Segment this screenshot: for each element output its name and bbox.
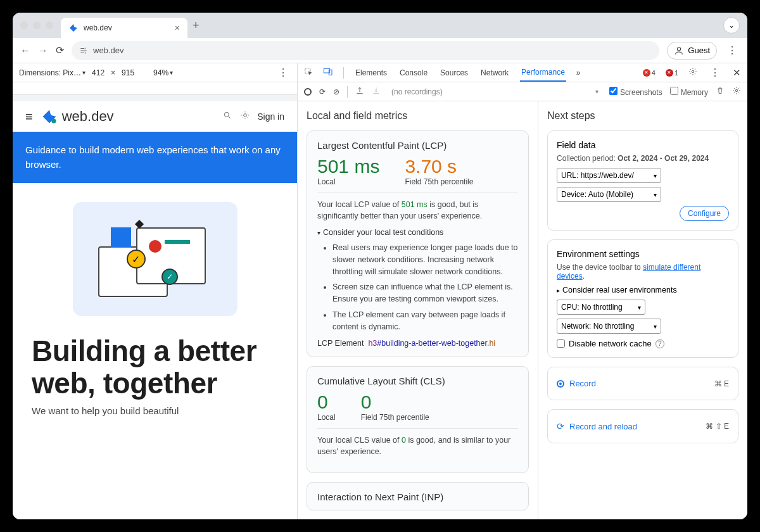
svg-point-7: [692, 70, 694, 73]
traffic-close[interactable]: [20, 22, 28, 29]
chevron-down-icon[interactable]: ⌄: [723, 17, 740, 34]
svg-point-3: [244, 114, 247, 117]
help-icon[interactable]: ?: [656, 339, 664, 348]
lcp-field-label: Field 75th percentile: [405, 177, 473, 186]
ruler: [13, 82, 297, 95]
cls-field-value: 0: [361, 391, 429, 413]
devtools-menu-icon[interactable]: ⋮: [707, 66, 723, 79]
logo-mark-icon: [41, 108, 58, 125]
device-toggle-icon[interactable]: [323, 67, 333, 78]
record-toggle-icon[interactable]: [304, 88, 312, 96]
omnibox[interactable]: web.dev: [72, 41, 659, 60]
lcp-local-value: 501 ms: [317, 156, 379, 177]
configure-button[interactable]: Configure: [680, 206, 729, 221]
memory-checkbox[interactable]: Memory: [670, 87, 708, 97]
svg-point-1: [51, 119, 56, 124]
metrics-title: Local and field metrics: [307, 110, 529, 122]
tabs-overflow-icon[interactable]: »: [576, 68, 581, 77]
record-reload-card: ⟳ Record and reload ⌘ ⇧ E: [547, 409, 738, 443]
page-viewport: Dimensions: Pix… 412 × 915 94% ⋮ ≡ web.d…: [13, 63, 298, 519]
device-select[interactable]: Device: Auto (Mobile): [557, 187, 661, 202]
devtools-panel: Elements Console Sources Network Perform…: [298, 63, 747, 519]
tab-console[interactable]: Console: [398, 65, 429, 81]
next-title: Next steps: [547, 110, 738, 122]
browser-tab[interactable]: web.dev ×: [61, 18, 187, 38]
network-select[interactable]: Network: No throttling: [557, 319, 661, 334]
site-logo[interactable]: web.dev: [41, 108, 114, 125]
viewport-height[interactable]: 915: [122, 68, 134, 77]
cls-description: Your local CLS value of 0 is good, and i…: [317, 428, 518, 457]
tab-elements[interactable]: Elements: [354, 65, 388, 81]
env-details-toggle[interactable]: Consider real user environments: [557, 286, 729, 294]
tab-close-icon[interactable]: ×: [175, 23, 180, 33]
tab-performance[interactable]: Performance: [520, 64, 566, 82]
devtools-close-icon[interactable]: ✕: [733, 67, 741, 79]
browser-menu-icon[interactable]: ⋮: [725, 44, 740, 56]
lcp-element[interactable]: LCP Element h3#building-a-better-web-tog…: [317, 339, 518, 348]
person-icon: [674, 46, 684, 56]
warning-count-badge[interactable]: ✕1: [666, 69, 678, 77]
device-toolbar: Dimensions: Pix… 412 × 915 94% ⋮: [13, 63, 297, 82]
theme-toggle-icon[interactable]: [241, 111, 250, 122]
tab-network[interactable]: Network: [479, 65, 510, 81]
env-settings-card: Environment settings Use the device tool…: [547, 239, 738, 358]
zoom-dropdown[interactable]: 94%: [153, 68, 173, 77]
svg-point-0: [678, 47, 681, 50]
forward-button[interactable]: →: [38, 45, 48, 56]
cpu-select[interactable]: CPU: No throttling: [557, 300, 645, 315]
back-button[interactable]: ←: [20, 45, 30, 56]
reload-icon: ⟳: [557, 421, 564, 431]
metrics-column: Local and field metrics Largest Contentf…: [298, 101, 538, 519]
reload-record-icon[interactable]: ⟳: [319, 87, 326, 96]
garbage-collect-icon[interactable]: [716, 86, 725, 97]
record-shortcut: ⌘ E: [714, 379, 729, 388]
dimensions-dropdown[interactable]: Dimensions: Pix…: [19, 68, 86, 77]
guest-profile-button[interactable]: Guest: [667, 42, 717, 60]
hero-subtitle: We want to help you build beautiful: [13, 405, 297, 416]
traffic-max[interactable]: [46, 22, 53, 29]
inp-heading: Interaction to Next Paint (INP): [317, 491, 518, 502]
recording-selector[interactable]: (no recordings): [388, 86, 602, 98]
lcp-bullets: Real users may experience longer page lo…: [317, 242, 518, 332]
record-reload-action[interactable]: ⟳ Record and reload ⌘ ⇧ E: [557, 419, 729, 434]
settings-icon[interactable]: [688, 67, 697, 78]
favicon-icon: [68, 23, 79, 33]
lcp-bullet: Screen size can influence what the LCP e…: [332, 281, 518, 305]
upload-icon[interactable]: [355, 86, 364, 97]
traffic-min[interactable]: [33, 22, 41, 29]
download-icon[interactable]: [372, 86, 381, 97]
lcp-summary-toggle[interactable]: Consider your local test conditions: [317, 228, 518, 237]
screenshots-checkbox[interactable]: Screenshots: [609, 87, 662, 97]
next-steps-column: Next steps Field data Collection period:…: [538, 101, 747, 519]
clear-icon[interactable]: ⊘: [333, 87, 339, 96]
hamburger-icon[interactable]: ≡: [25, 110, 33, 124]
disable-cache-checkbox[interactable]: [557, 339, 565, 348]
tab-title: web.dev: [84, 23, 112, 32]
viewport-width[interactable]: 412: [92, 68, 104, 77]
record-action[interactable]: Record ⌘ E: [557, 376, 729, 391]
hero-title: Building a better web, together: [13, 322, 297, 405]
env-heading: Environment settings: [557, 249, 729, 259]
device-more-icon[interactable]: ⋮: [276, 66, 291, 79]
inspect-icon[interactable]: [304, 67, 313, 78]
traffic-lights: [20, 22, 53, 29]
titlebar: web.dev × + ⌄: [13, 13, 747, 38]
new-tab-button[interactable]: +: [193, 19, 200, 32]
svg-point-2: [225, 112, 229, 117]
lcp-field-value: 3.70 s: [405, 156, 473, 177]
reload-button[interactable]: ⟳: [56, 44, 64, 56]
inp-card: Interaction to Next Paint (INP): [307, 482, 529, 510]
error-count-badge[interactable]: ✕4: [643, 69, 656, 77]
perf-settings-icon[interactable]: [732, 86, 741, 97]
url-select[interactable]: URL: https://web.dev/: [557, 168, 661, 183]
collection-period: Collection period: Oct 2, 2024 - Oct 29,…: [557, 154, 729, 163]
cls-local-value: 0: [317, 391, 336, 413]
tab-sources[interactable]: Sources: [439, 65, 469, 81]
signin-link[interactable]: Sign in: [257, 111, 284, 122]
svg-point-8: [735, 89, 738, 92]
search-icon[interactable]: [223, 111, 232, 122]
content-area: Dimensions: Pix… 412 × 915 94% ⋮ ≡ web.d…: [13, 63, 747, 519]
perf-body: Local and field metrics Largest Contentf…: [298, 101, 747, 519]
site-tune-icon: [79, 46, 88, 55]
perf-toolbar: ⟳ ⊘ (no recordings) Screenshots Memory: [298, 82, 747, 101]
